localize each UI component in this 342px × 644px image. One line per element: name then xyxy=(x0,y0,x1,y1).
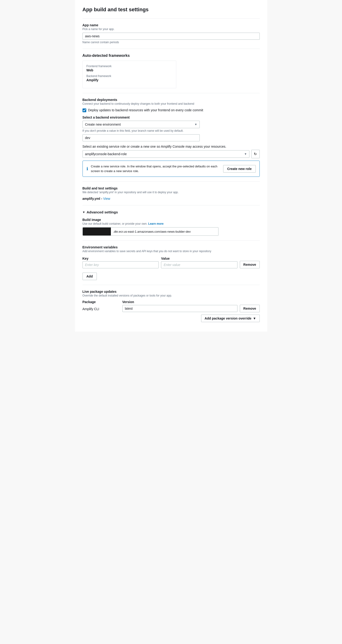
env-remove-button[interactable]: Remove xyxy=(240,261,259,268)
service-role-select[interactable]: amplifyconsole-backend-role xyxy=(83,150,249,158)
frameworks-section: Auto-detected frameworks Frontend framew… xyxy=(83,54,260,88)
add-package-version-override-button[interactable]: Add package version override ▼ xyxy=(201,314,260,322)
env-vars-section: Environment variables Add environment va… xyxy=(83,245,260,280)
env-vars-columns: Key Value Remove xyxy=(83,256,260,268)
divider-top xyxy=(83,18,260,18)
redacted-block xyxy=(83,228,111,236)
deploy-checkbox-row: Deploy updates to backend resources with… xyxy=(83,108,260,112)
create-role-info-box: ℹ Create a new service role. In the wind… xyxy=(83,160,260,177)
deploy-checkbox[interactable] xyxy=(83,108,86,112)
view-link[interactable]: View xyxy=(103,197,110,200)
env-vars-title: Environment variables xyxy=(83,245,260,249)
app-name-warning: Name cannot contain periods xyxy=(83,40,260,44)
backend-deployments-title: Backend deployments xyxy=(83,98,260,102)
env-add-button[interactable]: Add xyxy=(83,272,97,280)
backend-env-select-wrapper: Create new environment staging productio… xyxy=(83,121,200,128)
app-name-hint: Pick a name for your app. xyxy=(83,28,260,31)
divider-6 xyxy=(83,285,260,285)
divider-4 xyxy=(83,205,260,206)
pkg-package-col-label: Package xyxy=(83,300,120,304)
build-file-row: amplify.yml - View xyxy=(83,197,260,200)
deploy-checkbox-label: Deploy updates to backend resources with… xyxy=(88,108,203,112)
service-role-select-wrapper: amplifyconsole-backend-role ▼ xyxy=(83,150,249,158)
build-test-hint: We detected 'amplify.yml' in your reposi… xyxy=(83,191,260,194)
divider-3 xyxy=(83,182,260,182)
env-key-col: Key xyxy=(83,256,159,268)
build-image-section: Build image Use our default build contai… xyxy=(83,218,260,236)
advanced-settings-label: Advanced settings xyxy=(86,210,118,214)
live-pkg-title: Live package updates xyxy=(83,290,260,294)
backend-deployments-hint: Connect your backend to continuously dep… xyxy=(83,102,260,106)
key-col-label: Key xyxy=(83,256,159,260)
build-test-title: Build and test settings xyxy=(83,186,260,190)
advanced-settings-toggle[interactable]: ▼ Advanced settings xyxy=(83,210,260,214)
add-pkg-btn-row: Add package version override ▼ xyxy=(83,314,260,322)
value-col-label: Value xyxy=(161,256,237,260)
service-role-hint: Select an existing service role or creat… xyxy=(83,144,260,148)
backend-framework-value: Amplify xyxy=(86,78,172,82)
env-name-input[interactable] xyxy=(83,134,200,141)
env-key-input[interactable] xyxy=(83,261,159,268)
chevron-down-icon-advanced: ▼ xyxy=(83,210,85,214)
pkg-header-row: Package Version xyxy=(83,300,260,304)
frontend-col: Frontend framework Web Backend framework… xyxy=(86,64,172,84)
pkg-version-col xyxy=(122,305,238,312)
build-test-section: Build and test settings We detected 'amp… xyxy=(83,186,260,200)
build-image-learn-more[interactable]: Learn more xyxy=(148,222,163,226)
page-title: App build and test settings xyxy=(83,6,260,13)
pkg-version-col-label: Version xyxy=(122,300,260,304)
create-role-info-text: Create a new service role. In the window… xyxy=(91,164,221,173)
backend-deployments-section: Backend deployments Connect your backend… xyxy=(83,98,260,177)
env-field-hint: If you don't provide a value in this fie… xyxy=(83,129,260,132)
service-role-row: amplifyconsole-backend-role ▼ ↻ xyxy=(83,150,260,158)
build-image-hint: Use our default build container, or prov… xyxy=(83,222,260,226)
divider-1 xyxy=(83,48,260,49)
frontend-framework-label: Frontend framework xyxy=(86,64,172,68)
app-name-section: App name Pick a name for your app. Name … xyxy=(83,23,260,44)
pkg-version-input-amplify-cli[interactable] xyxy=(122,305,238,312)
refresh-button[interactable]: ↻ xyxy=(251,150,260,158)
backend-env-select-label: Select a backend environment xyxy=(83,116,260,119)
page-container: App build and test settings App name Pic… xyxy=(75,0,267,332)
add-package-btn-label: Add package version override xyxy=(205,316,252,320)
pkg-name-amplify-cli: Amplify CLI xyxy=(83,306,120,311)
info-icon: ℹ xyxy=(86,166,88,172)
advanced-settings-section: ▼ Advanced settings Build image Use our … xyxy=(83,210,260,322)
build-image-input[interactable] xyxy=(111,228,218,235)
chevron-down-icon-pkg: ▼ xyxy=(253,316,256,320)
build-file-name: amplify.yml xyxy=(83,197,100,200)
divider-5 xyxy=(83,240,260,241)
pkg-row-amplify-cli: Amplify CLI Remove xyxy=(83,305,260,312)
env-value-input[interactable] xyxy=(161,261,237,268)
pkg-remove-col: Remove xyxy=(240,305,259,312)
pkg-remove-button[interactable]: Remove xyxy=(240,305,259,312)
frameworks-title: Auto-detected frameworks xyxy=(83,54,260,58)
env-remove-col: Remove xyxy=(240,256,259,268)
env-value-col: Value xyxy=(161,256,237,268)
env-vars-hint: Add environment variables to save secret… xyxy=(83,250,260,253)
backend-env-select[interactable]: Create new environment staging productio… xyxy=(83,121,200,128)
frameworks-box: Frontend framework Web Backend framework… xyxy=(83,60,176,88)
build-image-label: Build image xyxy=(83,218,260,222)
app-name-input[interactable] xyxy=(83,33,260,40)
backend-framework-label: Backend framework xyxy=(86,74,172,78)
create-new-role-button[interactable]: Create new role xyxy=(223,165,256,172)
app-name-label: App name xyxy=(83,23,260,27)
build-image-input-combined xyxy=(83,227,218,236)
live-pkg-hint: Override the default installed versions … xyxy=(83,294,260,297)
divider-2 xyxy=(83,93,260,93)
live-pkg-section: Live package updates Override the defaul… xyxy=(83,290,260,322)
frontend-framework-value: Web xyxy=(86,68,172,72)
refresh-icon: ↻ xyxy=(254,152,257,156)
